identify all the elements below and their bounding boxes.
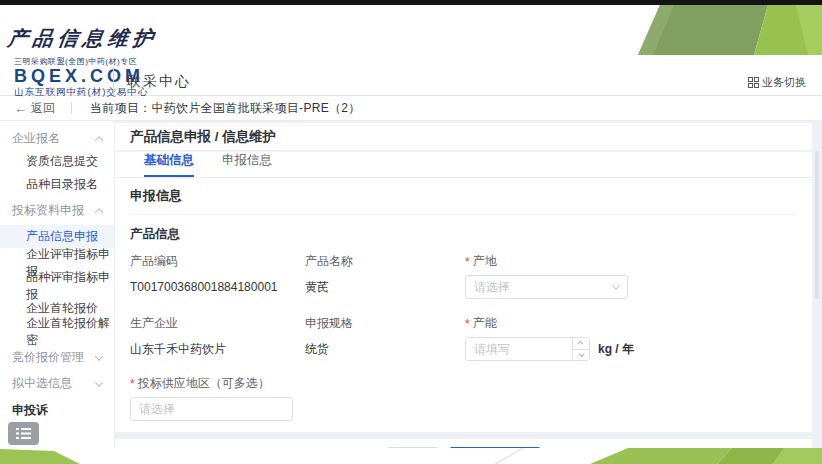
sidebar-item-first-round-quote-decrypt[interactable]: 企业首轮报价解密 [0,320,114,343]
form-card: 产品信息申报 / 信息维护 基础信息 申报信息 申报信息 产品信息 产品编码 产… [115,123,812,432]
row-gap [130,299,797,316]
vertical-scrollbar-thumb[interactable] [815,151,819,299]
chevron-up-icon [95,208,103,216]
tab-bar: 基础信息 申报信息 [115,152,812,178]
sidebar: 企业报名 资质信息提交 品种目录报名 投标资料申报 产品信息申报 企业评审指标申… [0,121,115,448]
back-button[interactable]: ← 返回 [14,100,55,117]
content-title-row: 产品信息申报 / 信息维护 [115,123,812,152]
sidebar-item-variety-review-index[interactable]: 品种评审指标申报 [0,274,114,297]
green-corner-decoration-left [0,448,80,464]
sidebar-group-label: 拟中选信息 [12,375,72,392]
logo-divider [113,67,114,95]
section-title: 申报信息 [130,187,797,215]
product-code-label: 产品编码 [130,254,305,269]
chevron-down-icon [579,351,585,357]
row-gap [130,361,797,376]
product-name-label: 产品名称 [305,254,465,269]
spinner-down-button[interactable] [573,350,589,361]
sidebar-item-label: 企业首轮报价解密 [26,315,114,349]
content-area: 产品信息申报 / 信息维护 基础信息 申报信息 申报信息 产品信息 产品编码 产… [115,121,822,448]
supply-region-label: * 投标供应地区（可多选） [130,376,797,391]
page-title: 产品信息申报 / 信息维护 [130,128,276,146]
sidebar-group-proposed-winner-info[interactable]: 拟中选信息 [0,372,114,395]
spinner-up-button[interactable] [573,338,589,350]
spec-value: 统货 [305,337,465,361]
business-switch-label: 业务切换 [762,75,806,90]
grid-icon [748,77,759,88]
list-icon [16,428,31,439]
sidebar-group-label: 投标资料申报 [12,202,84,219]
form-body: 申报信息 产品信息 产品编码 产品名称 * 产地 T0017003680 [115,178,812,432]
product-name-value: 黄芪 [305,275,465,299]
sidebar-item-appeal-complaint[interactable]: 申投诉 [0,399,114,422]
origin-placeholder: 请选择 [474,279,510,296]
required-asterisk: * [130,377,135,391]
sidebar-item-label: 品种目录报名 [26,176,98,193]
sidebar-group-label: 竞价报价管理 [12,349,84,366]
manufacturer-label: 生产企业 [130,316,305,331]
app-header: 产品信息维护 三明采购联盟(全国)中药(材)专区 BQEX.COM 山东互联网中… [0,5,822,96]
sidebar-item-label: 申投诉 [12,402,48,419]
supply-region-placeholder: 请选择 [139,401,175,418]
origin-label: * 产地 [465,254,797,269]
capacity-input[interactable] [466,338,572,360]
capacity-spinner [572,338,589,360]
origin-select[interactable]: 请选择 [465,275,628,299]
current-project-label: 当前项目：中药饮片全国首批联采项目-PRE（2） [90,100,361,117]
portal-name: 联采中心 [127,73,191,91]
bottom-strip [0,448,822,464]
chevron-down-icon [95,378,103,386]
chevron-down-icon [95,352,103,360]
sidebar-group-bid-material[interactable]: 投标资料申报 [0,199,114,222]
page-script-title: 产品信息维护 [6,25,160,52]
tab-basic-info[interactable]: 基础信息 [144,152,194,177]
required-asterisk: * [465,255,470,269]
breadcrumb: ← 返回 当前项目：中药饮片全国首批联采项目-PRE（2） [0,96,822,121]
form-grid: 产品编码 产品名称 * 产地 T001700368001884180001 黄芪 [130,254,797,421]
logo-tagline-top: 三明采购联盟(全国)中药(材)专区 [14,57,148,66]
tab-declare-info[interactable]: 申报信息 [222,152,272,177]
sidebar-item-catalog-signup[interactable]: 品种目录报名 [0,173,114,196]
required-asterisk: * [465,317,470,331]
green-banner-decoration [620,5,822,55]
capacity-field: kg / 年 [465,337,797,361]
manufacturer-value: 山东千禾中药饮片 [130,337,305,361]
main-body: 企业报名 资质信息提交 品种目录报名 投标资料申报 产品信息申报 企业评审指标申… [0,121,822,448]
sidebar-group-enterprise-signup[interactable]: 企业报名 [0,127,114,150]
product-code-value: T001700368001884180001 [130,275,305,299]
sidebar-item-label: 产品信息申报 [26,228,98,245]
subsection-title: 产品信息 [130,226,797,243]
sidebar-item-label: 资质信息提交 [26,153,98,170]
breadcrumb-divider [71,102,72,114]
sidebar-item-qualification-submit[interactable]: 资质信息提交 [0,150,114,173]
capacity-unit: kg / 年 [598,341,634,358]
sidebar-group-bidding-quote-mgmt[interactable]: 竞价报价管理 [0,346,114,369]
spec-label: 申报规格 [305,316,465,331]
back-label: 返回 [31,100,55,117]
capacity-label: * 产能 [465,316,797,331]
chevron-up-icon [577,341,583,347]
supply-region-select[interactable]: 请选择 [130,397,293,421]
collapse-sidebar-button[interactable] [8,422,39,445]
sidebar-item-label: 品种评审指标申报 [26,269,114,303]
green-corner-decoration-right [470,448,822,464]
back-arrow-icon: ← [14,102,27,115]
window-top-bar [0,0,822,5]
sidebar-group-label: 企业报名 [12,130,60,147]
chevron-down-icon [612,281,620,289]
business-switch-button[interactable]: 业务切换 [748,73,806,91]
chevron-up-icon [95,136,103,144]
capacity-input-box [465,337,590,361]
